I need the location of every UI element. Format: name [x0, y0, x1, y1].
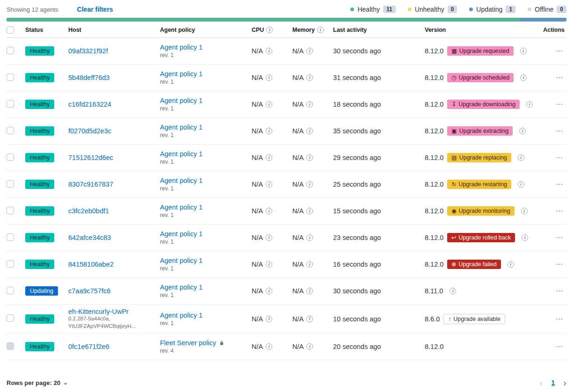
row-checkbox[interactable] — [7, 127, 14, 134]
host-link[interactable]: c3fc2eb0bdf1 — [68, 207, 109, 215]
policy-revision: rev. 1 — [160, 212, 247, 218]
upgrade-info-icon[interactable]: i — [522, 234, 528, 241]
agent-policy-link[interactable]: Agent policy 1 — [160, 257, 203, 264]
memory-info-icon[interactable]: i — [317, 27, 324, 33]
host-link[interactable]: 5b48deff76d3 — [68, 74, 109, 81]
row-checkbox[interactable] — [7, 73, 14, 81]
row-actions-button[interactable]: ⋯ — [556, 180, 564, 188]
row-actions-button[interactable]: ⋯ — [556, 47, 564, 55]
agent-policy-link[interactable]: Agent policy 1 — [160, 312, 203, 319]
host-link[interactable]: eh-Kittencurly-UwPr — [68, 308, 129, 315]
agent-policy-link[interactable]: Agent policy 1 — [160, 203, 203, 211]
row-actions-button[interactable]: ⋯ — [556, 260, 564, 268]
row-checkbox[interactable] — [7, 314, 14, 322]
row-actions-button[interactable]: ⋯ — [556, 233, 564, 241]
cpu-na-info-icon[interactable]: i — [266, 128, 272, 134]
memory-na-info-icon[interactable]: i — [306, 234, 313, 241]
row-actions-button[interactable]: ⋯ — [556, 342, 564, 350]
agent-policy-link[interactable]: Fleet Server policy — [160, 339, 216, 347]
agent-policy-link[interactable]: Agent policy 1 — [160, 283, 203, 291]
upgrade-status-badge: ↧ Upgrade downloading — [447, 100, 520, 109]
cpu-na-info-icon[interactable]: i — [266, 234, 272, 241]
cpu-na-info-icon[interactable]: i — [266, 261, 272, 268]
row-actions-button[interactable]: ⋯ — [556, 127, 564, 135]
row-actions-button[interactable]: ⋯ — [556, 287, 564, 295]
memory-na-info-icon[interactable]: i — [306, 208, 313, 214]
row-checkbox[interactable] — [7, 180, 14, 188]
memory-na-info-icon[interactable]: i — [306, 261, 313, 268]
row-actions-button[interactable]: ⋯ — [556, 153, 564, 161]
cpu-na-info-icon[interactable]: i — [266, 316, 272, 322]
cpu-na-info-icon[interactable]: i — [266, 181, 272, 188]
cpu-na-info-icon[interactable]: i — [266, 74, 272, 81]
host-link[interactable]: 642afce34c83 — [68, 234, 111, 241]
upgrade-info-icon[interactable]: i — [519, 128, 526, 134]
cpu-na-info-icon[interactable]: i — [266, 48, 272, 54]
row-checkbox[interactable] — [7, 207, 14, 214]
select-all-checkbox[interactable] — [7, 26, 14, 34]
agent-policy-link[interactable]: Agent policy 1 — [160, 177, 203, 184]
rows-per-page-selector[interactable]: Rows per page: 20 ⌄ — [7, 379, 68, 386]
legend-item-offline[interactable]: Offline0 — [528, 6, 566, 13]
cpu-na-info-icon[interactable]: i — [266, 208, 272, 214]
host-link[interactable]: c16fd2163224 — [68, 101, 111, 108]
agent-policy-link[interactable]: Agent policy 1 — [160, 150, 203, 158]
page-number[interactable]: 1 — [551, 379, 555, 386]
row-checkbox[interactable] — [7, 153, 14, 161]
agent-policy-link[interactable]: Agent policy 1 — [160, 44, 203, 51]
upgrade-info-icon[interactable]: i — [450, 288, 456, 294]
memory-na-info-icon[interactable]: i — [306, 316, 313, 322]
upgrade-info-icon[interactable]: i — [521, 208, 528, 214]
host-link[interactable]: 0fc1e671f2e6 — [68, 343, 109, 350]
row-checkbox[interactable] — [7, 287, 14, 294]
memory-na-info-icon[interactable]: i — [306, 74, 313, 81]
upgrade-info-icon[interactable]: i — [520, 74, 527, 81]
host-link[interactable]: 84158106abe2 — [68, 261, 114, 268]
row-actions-button[interactable]: ⋯ — [556, 73, 564, 81]
row-checkbox[interactable] — [7, 100, 14, 108]
agent-policy-link[interactable]: Agent policy 1 — [160, 123, 203, 131]
clock-icon: ◷ — [451, 75, 456, 80]
upgrade-info-icon[interactable]: i — [526, 101, 533, 108]
memory-na-info-icon[interactable]: i — [306, 101, 313, 108]
cpu-na-info-icon[interactable]: i — [266, 288, 272, 294]
row-actions-button[interactable]: ⋯ — [556, 315, 564, 323]
memory-na-info-icon[interactable]: i — [306, 154, 313, 161]
memory-na-info-icon[interactable]: i — [306, 181, 313, 188]
upgrade-info-icon[interactable]: i — [508, 261, 514, 268]
last-activity: 23 seconds ago — [333, 234, 425, 241]
agent-policy-link[interactable]: Agent policy 1 — [160, 97, 203, 104]
legend-item-updating[interactable]: Updating1 — [469, 6, 515, 13]
row-actions-button[interactable]: ⋯ — [556, 207, 564, 215]
agent-policy-link[interactable]: Agent policy 1 — [160, 230, 203, 238]
cpu-na-info-icon[interactable]: i — [266, 154, 272, 161]
memory-na-info-icon[interactable]: i — [306, 128, 313, 134]
host-link[interactable]: f0270d5d2e3c — [68, 127, 111, 135]
memory-na-info-icon[interactable]: i — [306, 288, 313, 294]
row-checkbox[interactable] — [7, 260, 14, 268]
host-link[interactable]: 71512612d6ec — [68, 154, 113, 161]
previous-page-button[interactable]: ‹ — [540, 378, 543, 387]
memory-value: N/A — [292, 47, 304, 55]
host-link[interactable]: c7aa9c757fc6 — [68, 287, 110, 295]
upgrade-info-icon[interactable]: i — [520, 48, 527, 54]
row-actions-button[interactable]: ⋯ — [556, 100, 564, 108]
host-link[interactable]: 09af3321f92f — [68, 47, 108, 55]
memory-na-info-icon[interactable]: i — [306, 343, 313, 350]
cpu-na-info-icon[interactable]: i — [266, 101, 272, 108]
cpu-na-info-icon[interactable]: i — [266, 343, 272, 350]
upgrade-info-icon[interactable]: i — [518, 154, 524, 161]
next-page-button[interactable]: › — [563, 378, 566, 387]
agent-policy-link[interactable]: Agent policy 1 — [160, 70, 203, 78]
row-checkbox[interactable] — [7, 47, 14, 54]
upgrade-info-icon[interactable]: i — [518, 181, 524, 188]
row-checkbox[interactable] — [7, 342, 14, 350]
row-checkbox[interactable] — [7, 233, 14, 241]
clear-filters-link[interactable]: Clear filters — [77, 6, 113, 13]
cpu-value: N/A — [252, 207, 263, 215]
legend-item-healthy[interactable]: Healthy11 — [350, 6, 395, 13]
host-link[interactable]: 8307c9167837 — [68, 181, 113, 188]
cpu-info-icon[interactable]: i — [266, 27, 273, 33]
memory-na-info-icon[interactable]: i — [306, 48, 313, 54]
legend-item-unhealthy[interactable]: Unhealthy0 — [408, 6, 457, 13]
